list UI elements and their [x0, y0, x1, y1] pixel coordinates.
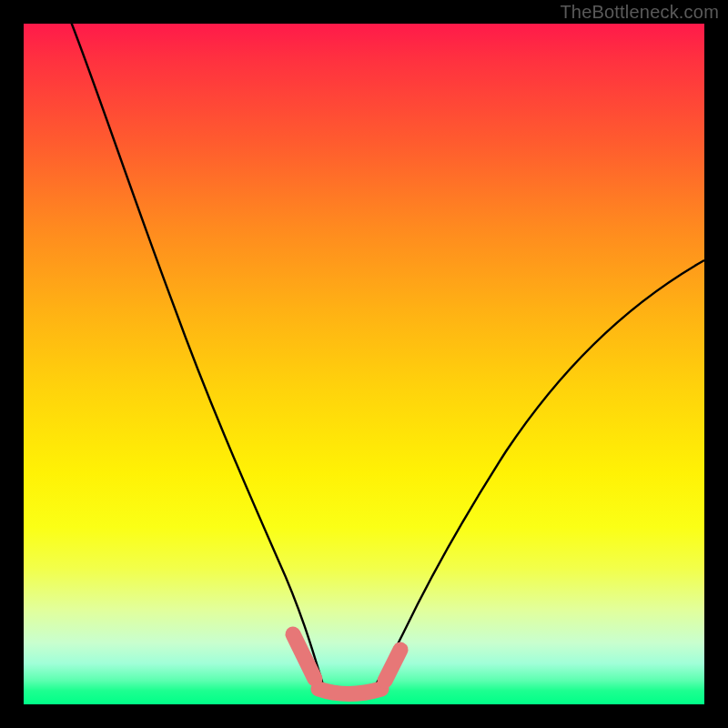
- chart-svg: [24, 24, 704, 704]
- right-curve: [369, 260, 704, 693]
- watermark-text: TheBottleneck.com: [560, 2, 719, 23]
- chart-frame: TheBottleneck.com: [0, 0, 728, 728]
- left-curve: [71, 22, 324, 688]
- plot-area: [24, 24, 704, 704]
